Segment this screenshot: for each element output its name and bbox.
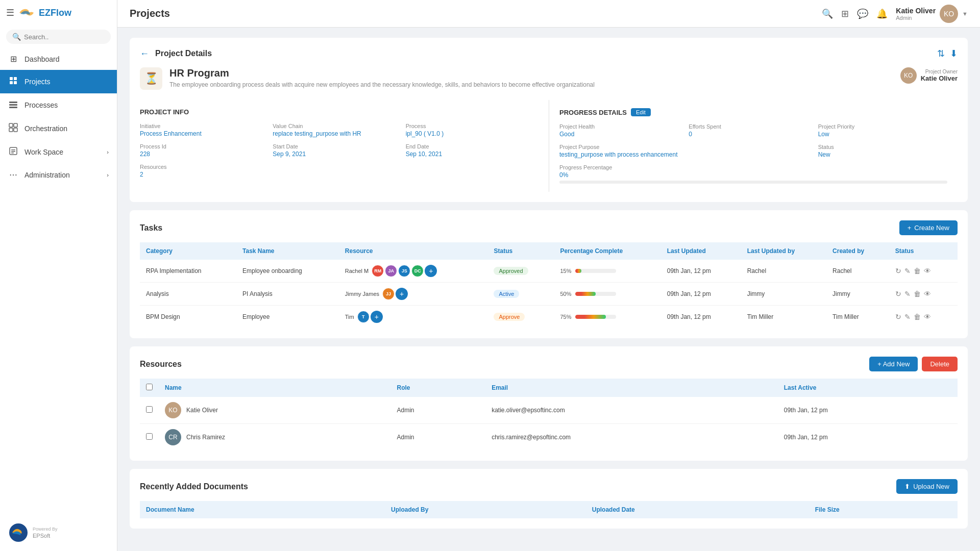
hamburger-icon[interactable]: ☰ (6, 7, 14, 18)
resources-section-header: Resources + Add New Delete (140, 357, 958, 371)
task-name: PI Analysis (236, 283, 339, 306)
task-row-actions: ↻ ✎ 🗑 👁 (889, 260, 958, 283)
sync-icon[interactable]: ↻ (895, 313, 901, 321)
upload-label: Upload New (913, 483, 949, 490)
svg-rect-12 (11, 149, 15, 151)
sidebar-item-workspace[interactable]: Work Space › (0, 140, 117, 164)
row-actions: ↻ ✎ 🗑 👁 (895, 290, 951, 298)
owner-avatar: KO (900, 67, 917, 84)
select-all-checkbox[interactable] (146, 384, 153, 390)
upload-new-button[interactable]: ⬆ Upload New (896, 479, 958, 494)
search-input[interactable] (24, 33, 105, 41)
task-category: BPM Design (140, 306, 236, 329)
delete-resource-button[interactable]: Delete (922, 357, 958, 371)
resource-text: Jimmy James (345, 291, 379, 297)
tasks-section-header: Tasks + Create New (140, 220, 958, 235)
resource-checkbox[interactable] (146, 406, 153, 413)
task-created-by: Tim Miller (826, 306, 889, 329)
search-icon[interactable]: 🔍 (822, 8, 833, 19)
task-resource: Rachel M RM JA JS DC + (339, 260, 488, 283)
documents-card: Recently Added Documents ⬆ Upload New Do… (130, 469, 968, 529)
sidebar-item-orchestration[interactable]: Orchestration (0, 117, 117, 140)
view-icon[interactable]: 👁 (924, 267, 931, 275)
mini-bar-fill (575, 269, 581, 273)
svg-rect-10 (14, 128, 17, 132)
plus-icon: + (908, 224, 912, 232)
resource-text: Tim (345, 314, 354, 320)
resource-role: Admin (391, 397, 486, 424)
project-description: The employee onboarding process deals wi… (169, 81, 893, 88)
edit-icon[interactable]: ✎ (904, 267, 911, 275)
delete-icon[interactable]: 🗑 (914, 267, 921, 275)
project-header: ⏳ HR Program The employee onboarding pro… (140, 67, 958, 90)
add-resource-button[interactable]: + (396, 288, 408, 300)
resources-table: Name Role Email Last Active KO Katie Oli… (140, 379, 958, 450)
add-resource-button[interactable]: + (371, 311, 383, 323)
edit-button[interactable]: Edit (631, 108, 651, 116)
resource-text: Rachel M (345, 268, 369, 274)
workspace-icon (8, 146, 18, 158)
create-new-label: Create New (914, 224, 949, 232)
task-last-updated-by: Jimmy (741, 283, 826, 306)
download-icon[interactable]: ⬇ (950, 48, 958, 59)
resource-checkbox-cell (140, 424, 159, 451)
delete-icon[interactable]: 🗑 (914, 313, 921, 321)
col-uploaded-date: Uploaded Date (586, 501, 809, 518)
status-badge: Approve (494, 313, 525, 321)
search-box[interactable]: 🔍 (6, 30, 111, 44)
workspace-chevron-icon: › (107, 149, 109, 155)
add-resource-button[interactable]: + (425, 265, 437, 277)
col-last-updated: Last Updated (661, 242, 741, 260)
documents-title: Recently Added Documents (140, 482, 248, 491)
back-button[interactable]: ← (140, 48, 149, 59)
sync-icon[interactable]: ↻ (895, 267, 901, 275)
sidebar-header: ☰ EZFlow (0, 0, 117, 26)
table-row: KO Katie Oliver Admin katie.oliver@epsof… (140, 397, 958, 424)
create-new-task-button[interactable]: + Create New (899, 220, 958, 235)
avatar-jj: JJ (382, 288, 395, 300)
resource-checkbox[interactable] (146, 433, 153, 440)
project-info-fields: Initiative Process Enhancement Value Cha… (140, 123, 538, 178)
table-row: CR Chris Ramirez Admin chris.ramirez@eps… (140, 424, 958, 451)
resource-avatar: CR (165, 429, 181, 445)
view-icon[interactable]: 👁 (924, 290, 931, 298)
table-row: BPM Design Employee Tim T + Approve (140, 306, 958, 329)
sidebar-footer: Powered By EPSoft (0, 514, 117, 551)
sidebar-item-processes[interactable]: Processes (0, 93, 117, 117)
edit-icon[interactable]: ✎ (904, 290, 911, 298)
field-process-id: Process Id 228 (140, 143, 273, 158)
resource-role: Admin (391, 424, 486, 451)
sidebar-item-label: Orchestration (24, 124, 67, 133)
add-new-resource-button[interactable]: + Add New (869, 357, 918, 371)
user-initials: KO (944, 10, 954, 18)
col-percentage: Percentage Complete (554, 242, 660, 260)
documents-table-header: Document Name Uploaded By Uploaded Date … (140, 501, 958, 518)
card-header: ← Project Details ⇅ ⬇ (140, 48, 958, 59)
percentage-bar: 15% (560, 268, 654, 274)
user-role: Admin (896, 15, 936, 21)
sidebar-item-projects[interactable]: Projects (0, 70, 117, 93)
progress-details-section: PROGRESS DETAILS Edit Project Health Goo… (549, 100, 958, 192)
epsoft-icon (8, 522, 29, 543)
sidebar-item-administration[interactable]: ⋯ Administration › (0, 164, 117, 186)
notification-icon[interactable]: 🔔 (876, 8, 888, 19)
view-icon[interactable]: 👁 (924, 313, 931, 321)
project-icon-symbol: ⏳ (144, 72, 158, 85)
page-title: Projects (130, 8, 170, 19)
delete-icon[interactable]: 🗑 (914, 290, 921, 298)
col-last-active: Last Active (778, 379, 958, 397)
add-icon[interactable]: ⊞ (841, 8, 849, 19)
field-value-chain: Value Chain replace testing_purpose with… (273, 123, 405, 137)
svg-rect-3 (14, 81, 17, 84)
user-avatar[interactable]: KO (940, 5, 958, 23)
sort-icon[interactable]: ⇅ (937, 48, 945, 59)
resource-email: katie.oliver@epsoftinc.com (485, 397, 778, 424)
chat-icon[interactable]: 💬 (857, 8, 868, 19)
edit-icon[interactable]: ✎ (904, 313, 911, 321)
user-dropdown-icon[interactable]: ▼ (962, 11, 968, 17)
svg-rect-4 (9, 102, 17, 103)
sidebar-item-dashboard[interactable]: ⊞ Dashboard (0, 48, 117, 70)
sync-icon[interactable]: ↻ (895, 290, 901, 298)
svg-rect-13 (11, 151, 15, 152)
project-title: HR Program (169, 67, 893, 79)
